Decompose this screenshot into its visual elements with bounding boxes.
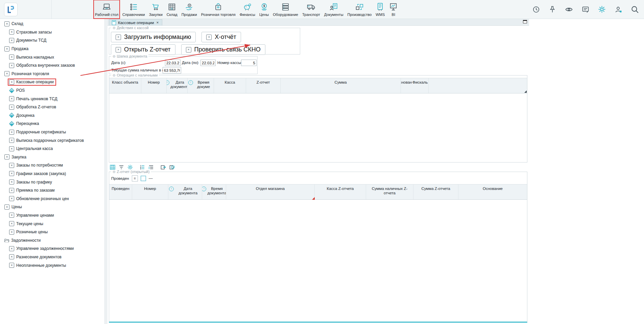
sidebar-item[interactable]: ✕Неоплаченные документы — [0, 261, 104, 269]
toolbar-item-bi[interactable]: BI — [387, 0, 400, 19]
action-button-check-skno[interactable]: ✕Проверить связь СКНО — [181, 44, 265, 55]
sidebar-item[interactable]: POS — [0, 86, 104, 95]
sidebar-item[interactable]: ✕Управление задолженностями — [0, 244, 104, 253]
toolbar-item-production[interactable]: Производство — [346, 0, 374, 19]
toolbar-item-finance[interactable]: Финансы — [238, 0, 257, 19]
sidebar-item-label: Обработка внутренних заказов — [16, 63, 75, 68]
toolbar-item-wms[interactable]: WMS — [374, 0, 386, 19]
toolbar-item-sales[interactable]: Продажи — [180, 0, 199, 19]
sort-asc-icon[interactable]: ↑ — [188, 80, 193, 85]
sidebar-item[interactable]: ✕Центральная касса — [0, 145, 104, 153]
toolbar-item-equipment[interactable]: Оборудование — [271, 0, 300, 19]
settings-gear-icon[interactable] — [598, 5, 606, 14]
sidebar-item[interactable]: ✕Кассовые операции — [0, 78, 104, 86]
sidebar-item[interactable]: ✕Розничные цены — [0, 228, 104, 236]
column-header[interactable]: Сумма наличных Z-отчета — [366, 185, 413, 199]
column-header[interactable]: ↑Время докуме — [188, 78, 214, 93]
column-header[interactable]: Номер — [132, 185, 168, 199]
posted-filter-checkbox[interactable] — [141, 176, 146, 181]
column-header[interactable]: Касса — [214, 78, 246, 93]
column-marker — [312, 197, 315, 200]
sidebar-item[interactable]: Переоценка — [0, 120, 104, 128]
toolbar-item-purchases[interactable]: Закупки — [147, 0, 164, 19]
column-header[interactable]: Z-отчет — [246, 78, 281, 93]
search-icon[interactable] — [630, 5, 639, 14]
column-header[interactable]: Номер — [141, 78, 167, 93]
sidebar-item[interactable]: Дооценка — [0, 111, 104, 120]
checkbox-form-icon: ✕ — [4, 154, 9, 159]
sidebar-item[interactable]: ✕Печать ценников ТСД — [0, 94, 104, 103]
sidebar-item[interactable]: ✕Приемка по заказам — [0, 186, 104, 195]
pin-icon[interactable] — [548, 5, 556, 14]
collapse-group-icon[interactable]: ⊖ — [113, 170, 115, 174]
column-header[interactable]: Фискаль — [412, 78, 429, 93]
toolbar-item-warehouse[interactable]: Склад — [165, 0, 179, 19]
sidebar-item[interactable]: ✕Страховые запасы — [0, 28, 104, 37]
maximize-icon[interactable] — [523, 20, 527, 23]
toolbar-item-desktop[interactable]: Рабочий стол — [93, 0, 120, 19]
action-button-load-info[interactable]: ✕Загрузить информацию — [111, 32, 196, 42]
sidebar-item[interactable]: ✕Выписка подарочных сертификатов — [0, 136, 104, 145]
sidebar-item[interactable]: ✕Выписка накладных — [0, 53, 104, 61]
sort-asc-icon[interactable]: ↑ — [167, 80, 169, 85]
sidebar-item-label: Выписка накладных — [16, 55, 54, 60]
column-header[interactable]: Класс объекта — [109, 78, 141, 93]
group-title: Операция с наличными — [117, 73, 158, 78]
sidebar-item[interactable]: ✕Подарочные сертификаты — [0, 128, 104, 136]
column-header[interactable]: Сумма Z-отчета — [413, 185, 458, 199]
action-button-open-z-report[interactable]: ✕Открыть Z-отчет — [111, 44, 175, 55]
column-header[interactable]: Основание — [401, 78, 412, 93]
action-button-x-report[interactable]: ✕Х-отчёт — [201, 32, 241, 42]
export-refresh-icon[interactable] — [169, 164, 175, 170]
column-header[interactable]: ↑Дата документа — [167, 78, 188, 93]
sidebar-item[interactable]: ✕Цены — [0, 203, 104, 211]
sidebar-item[interactable]: ✕Заказы по графику — [0, 178, 104, 186]
sidebar-item[interactable]: ✕Документы ТСД — [0, 36, 104, 45]
toolbar-item-transport[interactable]: Транспорт — [301, 0, 322, 19]
toolbar-item-documents[interactable]: Документы — [323, 0, 345, 19]
sidebar-item[interactable]: ✕Закупка — [0, 153, 104, 161]
clock-icon[interactable] — [532, 5, 540, 14]
date-from-input[interactable] — [165, 60, 181, 66]
sidebar-item[interactable]: ✕Разнесение документов — [0, 253, 104, 261]
filter-operator-dropdown[interactable]: = — [132, 175, 138, 181]
toolbar-items: Рабочий столСправочникиЗакупкиСкладПрода… — [93, 0, 400, 18]
toolbar-item-prices[interactable]: Цены — [258, 0, 270, 19]
sidebar-item[interactable]: ✕Обработка Z-отчетов — [0, 103, 104, 111]
user-icon[interactable] — [614, 5, 622, 14]
column-header[interactable]: Отдел магазина — [226, 185, 315, 199]
sort-asc-icon[interactable]: ↑ — [169, 187, 174, 191]
sidebar-item[interactable]: ✕Склад — [0, 20, 104, 28]
toolbar-item-references[interactable]: Справочники — [121, 0, 147, 19]
column-header[interactable]: Проведен — [109, 185, 132, 199]
current-cash-input[interactable] — [163, 67, 181, 73]
column-header[interactable]: ↑Время документа — [202, 185, 226, 199]
collapse-group-icon[interactable]: ⊖ — [113, 54, 115, 59]
column-header[interactable]: Основание — [458, 185, 527, 199]
tab-close-icon[interactable]: ✕ — [156, 21, 159, 24]
column-header[interactable]: ↑Дата документа — [168, 185, 202, 199]
sort-asc-icon[interactable]: ↑ — [202, 187, 206, 191]
toolbar-item-retail[interactable]: Розничная торговля — [199, 0, 237, 19]
sidebar-item[interactable]: ✕Текущие цены — [0, 219, 104, 228]
sidebar-item[interactable]: ✕Заказы по потребностям — [0, 161, 104, 170]
sidebar-item[interactable]: ✕Розничная торговля — [0, 70, 104, 78]
sidebar-item[interactable]: ✕Продажа — [0, 45, 104, 53]
feedback-icon[interactable] — [581, 5, 590, 14]
column-header[interactable]: Сумма — [281, 78, 401, 93]
cash-register-input[interactable] — [241, 60, 257, 66]
sidebar-item[interactable]: Задолженности — [0, 236, 104, 244]
sidebar-item[interactable]: ✕Управление ценами — [0, 211, 104, 220]
collapse-group-icon[interactable]: ⊖ — [113, 73, 115, 78]
column-header[interactable]: Касса Z-отчета — [315, 185, 366, 199]
sidebar-item[interactable]: ✕Графики заказов (закупка) — [0, 170, 104, 178]
export-icon[interactable] — [160, 164, 166, 170]
sidebar-item[interactable]: ✕Обработка внутренних заказов — [0, 61, 104, 70]
sidebar-item[interactable]: ✕Обновление розничных цен — [0, 194, 104, 203]
date-to-input[interactable] — [200, 60, 216, 66]
eye-icon[interactable] — [565, 5, 573, 14]
tab-cash-operations[interactable]: Кассовые операции ✕ — [109, 19, 162, 25]
collapse-group-icon[interactable]: ⊖ — [113, 26, 115, 30]
production-icon — [355, 2, 364, 12]
toolbar-item-label: Продажи — [182, 13, 197, 17]
